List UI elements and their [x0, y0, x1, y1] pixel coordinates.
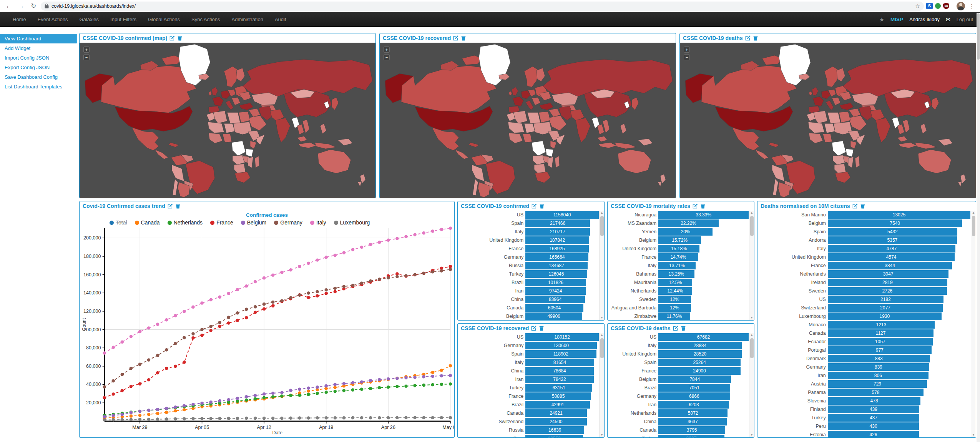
- bar-value[interactable]: 6203: [658, 401, 729, 409]
- bar-value[interactable]: 3047: [828, 270, 948, 278]
- edit-widget-icon[interactable]: [673, 326, 678, 331]
- browser-profile-avatar[interactable]: [957, 2, 965, 10]
- bar-value[interactable]: 126045: [525, 270, 587, 278]
- nav-item-event-actions[interactable]: Event Actions: [32, 17, 74, 22]
- bar-value[interactable]: 426: [828, 431, 919, 437]
- bar-value[interactable]: 165664: [525, 253, 588, 261]
- scroll-up-icon[interactable]: ▲: [600, 333, 603, 337]
- bar-value[interactable]: 25264: [658, 359, 741, 366]
- legend-item-total[interactable]: Total: [110, 219, 127, 226]
- nav-item-home[interactable]: Home: [7, 17, 32, 22]
- bar-value[interactable]: 7540: [828, 219, 962, 227]
- sidebar-item-import-config-json[interactable]: Import Config JSON: [0, 53, 77, 63]
- bar-value[interactable]: 11.76%: [658, 312, 690, 320]
- zoom-out-button[interactable]: −: [384, 54, 390, 60]
- zoom-out-button[interactable]: −: [83, 54, 90, 60]
- favorites-star-icon[interactable]: ★: [879, 16, 884, 23]
- delete-widget-icon[interactable]: [539, 203, 545, 209]
- bar-value[interactable]: 217466: [525, 219, 590, 227]
- bar-value[interactable]: 15.18%: [658, 245, 699, 253]
- delete-widget-icon[interactable]: [461, 35, 466, 41]
- bar-value[interactable]: 4574: [828, 253, 955, 261]
- widget-scrollbar[interactable]: ▲▼: [599, 211, 604, 320]
- bar-value[interactable]: 63151: [525, 384, 592, 392]
- sidebar-item-list-dashboard-templates[interactable]: List Dashboard Templates: [0, 82, 77, 91]
- bar-value[interactable]: 50885: [525, 392, 591, 400]
- bar-value[interactable]: 101826: [525, 279, 586, 286]
- bar-value[interactable]: 78422: [525, 376, 594, 383]
- bar-value[interactable]: 1213: [828, 321, 935, 329]
- bar-value[interactable]: 839: [828, 363, 929, 371]
- zoom-in-button[interactable]: +: [83, 47, 90, 53]
- bar-value[interactable]: 578: [828, 389, 924, 396]
- delete-widget-icon[interactable]: [175, 203, 181, 209]
- sidebar-item-save-dashboard-config[interactable]: Save Dashboard Config: [0, 72, 77, 82]
- scroll-thumb[interactable]: [750, 216, 754, 236]
- bar-value[interactable]: 1057: [828, 338, 933, 346]
- bar-value[interactable]: 42991: [525, 401, 590, 409]
- bar-value[interactable]: 2182: [828, 296, 943, 303]
- choropleth-map[interactable]: [380, 43, 676, 198]
- edit-widget-icon[interactable]: [693, 203, 698, 209]
- bar-value[interactable]: 60504: [525, 304, 583, 312]
- legend-item-canada[interactable]: Canada: [135, 219, 160, 226]
- misp-brand-link[interactable]: MISP: [890, 17, 903, 22]
- bar-value[interactable]: 180152: [525, 333, 599, 341]
- bar-value[interactable]: 1127: [828, 329, 933, 337]
- scroll-down-icon[interactable]: ▼: [750, 316, 753, 320]
- nav-item-audit[interactable]: Audit: [269, 17, 292, 22]
- choropleth-map[interactable]: [80, 43, 375, 198]
- bar-value[interactable]: 168925: [525, 245, 589, 253]
- extension-icon-s[interactable]: S: [926, 3, 933, 9]
- browser-url-bar[interactable]: covid-19.iglocska.eu/dashboards/index/ ☆: [41, 2, 924, 11]
- bar-value[interactable]: 16639: [525, 426, 584, 434]
- bar-value[interactable]: 78684: [525, 367, 594, 375]
- bar-value[interactable]: 5432: [828, 228, 957, 236]
- bar-value[interactable]: 49906: [525, 312, 582, 320]
- bar-value[interactable]: 806: [828, 372, 929, 379]
- bar-value[interactable]: 4637: [658, 418, 727, 425]
- choropleth-map[interactable]: [680, 43, 976, 198]
- nav-item-administration[interactable]: Administration: [226, 17, 269, 22]
- widget-scrollbar[interactable]: ▲▼: [599, 333, 604, 437]
- scroll-thumb[interactable]: [600, 338, 604, 358]
- bar-value[interactable]: 3397: [658, 435, 724, 437]
- bar-value[interactable]: 439: [828, 405, 919, 413]
- bar-value[interactable]: 20%: [658, 228, 713, 236]
- scroll-up-icon[interactable]: ▲: [600, 211, 603, 215]
- legend-item-italy[interactable]: Italy: [310, 219, 326, 226]
- bar-value[interactable]: 5357: [828, 236, 957, 244]
- bar-value[interactable]: 12%: [658, 304, 691, 312]
- edit-widget-icon[interactable]: [531, 326, 537, 331]
- bar-value[interactable]: 24500: [525, 418, 586, 425]
- bar-value[interactable]: 13550: [525, 435, 583, 437]
- scroll-down-icon[interactable]: ▼: [972, 433, 975, 437]
- bar-value[interactable]: 83964: [525, 296, 585, 303]
- browser-reload-icon[interactable]: ↻: [28, 2, 38, 10]
- legend-item-belgium[interactable]: Belgium: [241, 219, 267, 226]
- zoom-out-button[interactable]: −: [684, 54, 690, 60]
- scroll-up-icon[interactable]: ▲: [750, 333, 753, 337]
- page-scrollbar[interactable]: [977, 13, 980, 442]
- widget-scrollbar[interactable]: ▲▼: [749, 211, 754, 320]
- scroll-down-icon[interactable]: ▼: [600, 433, 603, 437]
- bar-value[interactable]: 3844: [828, 262, 952, 269]
- nav-item-sync-actions[interactable]: Sync Actions: [186, 17, 226, 22]
- delete-widget-icon[interactable]: [860, 203, 865, 209]
- nav-item-global-actions[interactable]: Global Actions: [142, 17, 186, 22]
- browser-back-icon[interactable]: ←: [4, 2, 14, 10]
- bar-value[interactable]: 883: [828, 355, 930, 362]
- browser-forward-icon[interactable]: →: [16, 2, 26, 10]
- delete-widget-icon[interactable]: [177, 35, 183, 41]
- bar-value[interactable]: 13.71%: [658, 262, 696, 269]
- bar-value[interactable]: 6866: [658, 392, 730, 400]
- legend-item-luxembourg[interactable]: Luxembourg: [334, 219, 370, 226]
- bar-value[interactable]: 118902: [525, 350, 596, 358]
- bar-value[interactable]: 1158040: [525, 211, 599, 219]
- bar-value[interactable]: 1930: [828, 312, 942, 320]
- scroll-up-icon[interactable]: ▲: [750, 211, 753, 215]
- bar-value[interactable]: 729: [828, 380, 927, 388]
- sidebar-item-export-config-json[interactable]: Export Config JSON: [0, 63, 77, 72]
- legend-item-france[interactable]: France: [210, 219, 233, 226]
- zoom-in-button[interactable]: +: [684, 47, 690, 53]
